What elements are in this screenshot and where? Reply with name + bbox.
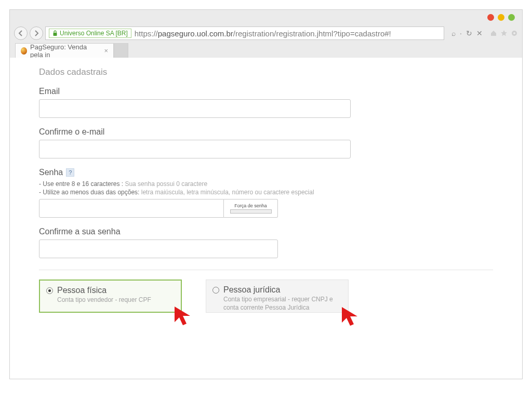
account-type-selector: Pessoa física Conta tipo vendedor - requ… — [39, 280, 493, 313]
pf-title: Pessoa física — [57, 286, 151, 295]
extension-icons — [487, 30, 518, 37]
svg-point-2 — [513, 32, 515, 34]
svg-rect-0 — [54, 33, 57, 36]
toolbar-right-controls: ⌕ · ↻ ✕ — [446, 29, 518, 37]
lock-icon — [52, 30, 58, 36]
window-minimize-icon[interactable] — [498, 14, 504, 21]
pj-desc: Conta tipo empresarial - requer CNPJ e c… — [223, 296, 342, 312]
divider-dot: · — [460, 29, 462, 37]
hint2-status: letra maiúscula, letra minúscula, número… — [141, 189, 314, 196]
confirm-password-field-group: Confirme a sua senha — [39, 227, 493, 258]
back-button[interactable] — [14, 26, 28, 40]
url-protocol: https:// — [135, 29, 158, 38]
section-divider — [39, 270, 493, 270]
email-label: Email — [39, 87, 493, 96]
confirm-password-label: Confirme a sua senha — [39, 227, 493, 236]
email-field-group: Email — [39, 87, 493, 118]
ssl-issuer: Universo Online SA [BR] — [60, 30, 128, 37]
strength-bar — [230, 209, 272, 214]
password-strength-meter: Força de senha — [224, 199, 278, 218]
tab-active[interactable]: PagSeguro: Venda pela in × — [15, 43, 114, 58]
confirm-email-field-group: Confirme o e-mail — [39, 127, 493, 158]
star-icon[interactable] — [500, 30, 508, 37]
window-maximize-icon[interactable] — [508, 14, 515, 21]
window-close-icon[interactable] — [487, 14, 494, 21]
password-label: Senha — [39, 168, 63, 177]
password-hint-2: - Utilize ao menos duas das opções: letr… — [39, 189, 493, 196]
reload-icon[interactable]: ↻ — [466, 29, 472, 37]
radio-icon — [46, 287, 53, 294]
stop-icon[interactable]: ✕ — [476, 29, 483, 37]
new-tab-button[interactable] — [114, 43, 128, 58]
password-input[interactable] — [39, 199, 224, 218]
hint1-status: Sua senha possui 0 caractere — [125, 180, 207, 188]
confirm-password-input[interactable] — [39, 240, 278, 258]
url-host: pagseguro.uol.com.br — [158, 29, 233, 38]
password-hint-1: - Use entre 8 e 16 caracteres : Sua senh… — [39, 180, 493, 188]
password-field-group: Senha ? - Use entre 8 e 16 caracteres : … — [39, 168, 493, 218]
forward-button[interactable] — [30, 26, 43, 40]
tab-strip: PagSeguro: Venda pela in × — [10, 42, 522, 58]
url-path: /registration/registration.jhtml?tipo=ca… — [233, 29, 391, 38]
cursor-arrow-icon — [340, 305, 363, 328]
section-title: Dados cadastrais — [39, 67, 493, 77]
page-content: Dados cadastrais Email Confirme o e-mail… — [10, 58, 522, 379]
radio-icon — [212, 287, 219, 294]
hint1-prefix: - Use entre 8 e 16 caracteres : — [39, 180, 125, 188]
browser-window: Universo Online SA [BR] https://pagsegur… — [9, 9, 523, 379]
ssl-badge: Universo Online SA [BR] — [49, 29, 131, 38]
chevron-left-icon — [18, 30, 24, 36]
tab-close-icon[interactable]: × — [104, 47, 108, 55]
favicon-icon — [21, 47, 27, 55]
confirm-email-input[interactable] — [39, 140, 351, 158]
tab-title: PagSeguro: Venda pela in — [30, 43, 98, 59]
pf-desc: Conta tipo vendedor - requer CPF — [57, 296, 151, 304]
radio-card-pessoa-fisica[interactable]: Pessoa física Conta tipo vendedor - requ… — [39, 280, 182, 313]
url-text: https://pagseguro.uol.com.br/registratio… — [135, 29, 391, 38]
search-icon[interactable]: ⌕ — [451, 29, 456, 37]
home-icon[interactable] — [490, 30, 497, 37]
address-bar[interactable]: Universo Online SA [BR] https://pagsegur… — [45, 26, 444, 40]
hint2-prefix: - Utilize ao menos duas das opções: — [39, 189, 141, 196]
confirm-email-label: Confirme o e-mail — [39, 127, 493, 137]
cursor-arrow-icon — [172, 304, 195, 327]
gear-icon[interactable] — [511, 30, 518, 37]
chevron-right-icon — [33, 30, 39, 36]
title-bar — [10, 10, 522, 24]
pj-title: Pessoa jurídica — [223, 285, 342, 295]
help-icon[interactable]: ? — [66, 168, 74, 177]
strength-label: Força de senha — [234, 203, 267, 208]
radio-card-pessoa-juridica[interactable]: Pessoa jurídica Conta tipo empresarial -… — [206, 280, 349, 313]
browser-toolbar: Universo Online SA [BR] https://pagsegur… — [10, 24, 522, 42]
email-input[interactable] — [39, 99, 351, 118]
